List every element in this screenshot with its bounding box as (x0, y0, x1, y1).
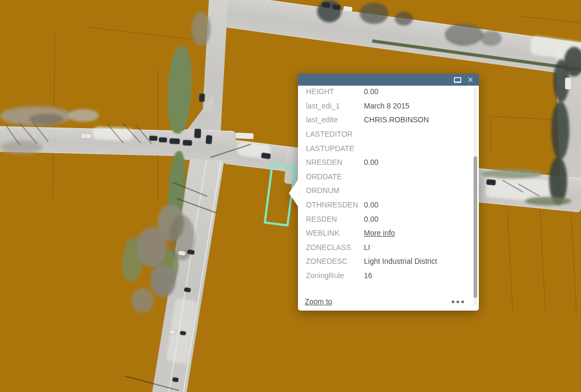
popup-pointer (289, 180, 298, 206)
tree-blob (360, 3, 388, 24)
field-value: LI (364, 243, 370, 252)
tree-blob (551, 101, 569, 160)
car-marker (199, 94, 205, 102)
map-canvas[interactable]: ✕ HEIGHT0.00last_edi_1March 8 2015last_e… (0, 0, 581, 392)
weblink-more-info[interactable]: More info (364, 229, 395, 237)
truck-marker (235, 132, 254, 139)
field-label: ZONECLASS (306, 243, 351, 252)
attribute-row: NRESDEN0.00 (298, 155, 471, 170)
popup-footer: Zoom to (305, 296, 467, 307)
attribute-row: ORDNUM (298, 184, 471, 198)
attribute-row: HEIGHT0.00 (298, 86, 471, 99)
tree-blob (480, 31, 502, 46)
more-options-icon[interactable] (452, 301, 464, 303)
popup-header: ✕ (298, 74, 479, 86)
attribute-row: last_editeCHRIS.ROBINSON (298, 113, 471, 127)
attribute-row: ORDDATE (298, 170, 471, 184)
tree-blob (445, 23, 483, 46)
car-marker (150, 136, 157, 141)
field-label: HEIGHT (306, 87, 334, 96)
tree-blob (150, 264, 176, 297)
field-label: WEBLINK (306, 229, 339, 237)
field-value: 0.00 (364, 215, 378, 223)
feature-popup: ✕ HEIGHT0.00last_edi_1March 8 2015last_e… (298, 74, 479, 311)
field-label: ORDDATE (306, 172, 342, 181)
car-marker (261, 153, 271, 159)
car-marker (172, 377, 179, 382)
popup-scrollbar-thumb[interactable] (474, 156, 477, 298)
attribute-row: LASTEDITOR (298, 127, 471, 141)
field-value: CHRIS.ROBINSON (364, 115, 429, 124)
parcel-boundary-line (489, 116, 558, 120)
tree-blob (68, 109, 99, 122)
field-value: Light Industrial District (364, 257, 437, 265)
field-label: RESDEN (306, 215, 337, 223)
field-value: 16 (364, 271, 372, 280)
parcel-boundary-line (570, 203, 577, 313)
car-marker (565, 78, 571, 89)
car-marker (333, 4, 341, 10)
attribute-row: ZONEDESCLight Industrial District (298, 254, 471, 269)
popup-body: HEIGHT0.00last_edi_1March 8 2015last_edi… (298, 86, 479, 311)
field-label: NRESDEN (306, 158, 342, 166)
attribute-row: last_edi_1March 8 2015 (298, 99, 471, 113)
popup-scrollbar[interactable] (474, 87, 477, 305)
zoom-to-link[interactable]: Zoom to (305, 297, 332, 306)
hedge-row (525, 197, 571, 205)
car-marker (180, 331, 186, 336)
attribute-row: RESDEN0.00 (298, 212, 471, 226)
field-label: ZONEDESC (306, 257, 347, 265)
attribute-row: ZONECLASSLI (298, 240, 471, 255)
attribute-row: OTHNRESDEN0.00 (298, 198, 471, 212)
car-marker (206, 135, 212, 144)
grass-strip (165, 46, 194, 134)
field-label: last_edi_1 (306, 102, 340, 110)
parcel-boundary-line (491, 117, 491, 152)
parcel-boundary-line (519, 16, 580, 23)
field-label: last_edite (306, 115, 338, 124)
field-label: LASTUPDATE (306, 144, 354, 153)
tree-blob (137, 227, 167, 267)
road-segment (218, 0, 581, 77)
field-value: 0.00 (364, 87, 378, 96)
field-label: LASTEDITOR (306, 130, 353, 138)
dock-icon[interactable] (454, 77, 461, 83)
field-label: OTHNRESDEN (306, 201, 358, 209)
field-value: 0.00 (364, 158, 378, 166)
parcel-boundary-line (507, 209, 513, 314)
hedge-row (482, 169, 543, 179)
field-value: March 8 2015 (364, 102, 410, 110)
car-marker (184, 287, 191, 293)
car-marker (169, 330, 176, 335)
car-marker (159, 137, 167, 143)
field-label: ZoningRule (306, 271, 344, 280)
car-marker (182, 140, 192, 146)
tree-blob (395, 12, 413, 26)
field-value: 0.00 (364, 201, 378, 209)
attribute-row: LASTUPDATE (298, 141, 471, 155)
tree-blob (192, 12, 211, 46)
field-label: ORDNUM (306, 186, 339, 195)
attribute-row: ZoningRule16 (298, 269, 471, 283)
close-icon[interactable]: ✕ (467, 76, 474, 84)
attribute-row: WEBLINKMore info (298, 226, 471, 240)
car-marker (169, 138, 179, 144)
car-marker (81, 134, 92, 139)
car-marker (343, 6, 353, 12)
car-marker (194, 129, 201, 138)
attribute-table: HEIGHT0.00last_edi_1March 8 2015last_edi… (298, 86, 471, 282)
car-marker (322, 2, 330, 8)
parcel-boundary-line (540, 206, 546, 314)
tree-blob (131, 288, 154, 313)
car-marker (486, 179, 496, 185)
